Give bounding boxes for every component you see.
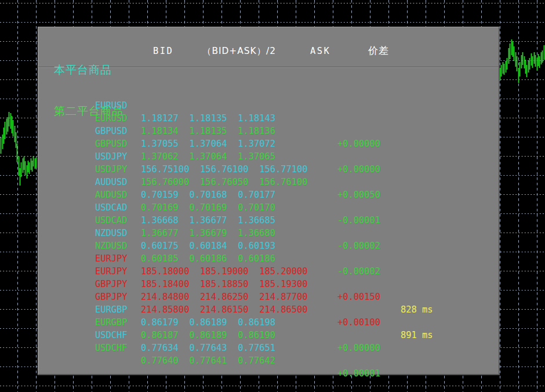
quote-row: EURUSD 1.18134 1.18135 1.18136 +0.00000 bbox=[38, 99, 499, 112]
quote-comparison-panel: 本平台商品 第二平台商品 BID （BID+ASK）/2 ASK 价差 EURU… bbox=[38, 27, 500, 375]
mid-cell: 0.77643 bbox=[190, 342, 227, 354]
quote-row: NZDUSD 0.60175 0.60184 0.60193 bbox=[38, 214, 499, 227]
quote-row: GBPJPY 214.85800 214.86150 214.86500 +0.… bbox=[38, 278, 499, 291]
quote-row: USDCHF 0.77634 0.77643 0.77651 bbox=[38, 316, 499, 329]
spread-cell: +0.00000 bbox=[337, 342, 380, 354]
quote-row: NZDUSD 0.60185 0.60186 0.60186 -0.00002 bbox=[38, 227, 499, 239]
quote-row: EURUSD 1.18127 1.18135 1.18143 bbox=[38, 86, 499, 99]
symbol-cell: USDCHF bbox=[95, 342, 128, 354]
quote-row: EURGBP 0.86179 0.86189 0.86198 bbox=[38, 291, 499, 303]
quote-row: USDJPY 156.76000 156.76050 156.76100 +0.… bbox=[38, 150, 499, 163]
panel-header: 本平台商品 第二平台商品 BID （BID+ASK）/2 ASK 价差 bbox=[38, 27, 499, 67]
quote-row: USDCAD 1.36677 1.36679 1.36680 -0.00002 bbox=[38, 201, 499, 214]
quote-row: GBPUSD 1.37055 1.37064 1.37072 bbox=[38, 112, 499, 125]
quote-row: AUDUSD 0.70159 0.70168 0.70177 bbox=[38, 163, 499, 176]
quote-row: GBPUSD 1.37062 1.37064 1.37065 +0.00000 bbox=[38, 125, 499, 137]
quote-rows: EURUSD 1.18127 1.18135 1.18143 EURUSD 1.… bbox=[38, 86, 499, 342]
bid-cell: 0.77634 bbox=[141, 342, 179, 354]
ask-cell: 0.77642 bbox=[238, 354, 275, 367]
column-header-bid: BID bbox=[153, 45, 173, 57]
bid-cell: 0.77640 bbox=[141, 354, 179, 367]
column-header-ask: ASK bbox=[310, 45, 330, 57]
quote-row: EURJPY 185.18400 185.18850 185.19300 +0.… bbox=[38, 252, 499, 265]
price-values: 0.77634 0.77643 0.77651 bbox=[141, 342, 275, 354]
quote-row: GBPJPY 214.84800 214.86250 214.87700 bbox=[38, 265, 499, 278]
column-header-spread: 价差 bbox=[368, 44, 389, 57]
spread-cell: +0.00001 bbox=[337, 367, 380, 380]
mid-cell: 0.77641 bbox=[190, 354, 227, 367]
quote-row: USDJPY 156.75100 156.76100 156.77100 bbox=[38, 137, 499, 150]
price-values: 0.77640 0.77641 0.77642 bbox=[141, 354, 275, 367]
quote-row: AUDUSD 0.70169 0.70169 0.70170 -0.00001 bbox=[38, 176, 499, 188]
column-header-mid: （BID+ASK）/2 bbox=[202, 45, 276, 57]
quote-row: EURGBP 0.86187 0.86189 0.86190 +0.00000 bbox=[38, 303, 499, 316]
quote-row: EURJPY 185.18000 185.19000 185.20000 bbox=[38, 239, 499, 252]
trading-terminal-screen: { "panel": { "title_line1": "本平台商品", "ti… bbox=[0, 0, 545, 392]
quote-row: USDCAD 1.36668 1.36677 1.36685 bbox=[38, 188, 499, 201]
quote-row: USDCHF 0.77640 0.77641 0.77642 +0.00001 bbox=[38, 329, 499, 342]
panel-title-line1: 本平台商品 bbox=[54, 63, 123, 77]
ask-cell: 0.77651 bbox=[238, 342, 275, 354]
